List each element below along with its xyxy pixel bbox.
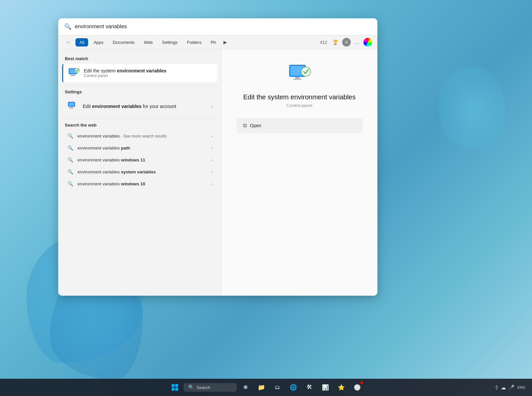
best-match-title: Edit the system environment variables bbox=[84, 68, 166, 73]
web-item-1-arrow: › bbox=[211, 134, 212, 139]
web-item-5[interactable]: 🔍 environment variables windows 10 › bbox=[62, 178, 217, 189]
web-search-label: Search the web bbox=[58, 121, 221, 130]
tray-lang[interactable]: ENG bbox=[517, 385, 525, 389]
tray-network-icon[interactable]: ☁ bbox=[501, 384, 506, 391]
web-search-icon-4: 🔍 bbox=[67, 169, 73, 174]
tray-mic-icon[interactable]: 🎤 bbox=[508, 384, 515, 391]
tab-settings[interactable]: Settings bbox=[158, 38, 182, 47]
svg-rect-6 bbox=[69, 103, 74, 106]
best-match-label: Best match bbox=[58, 55, 221, 64]
taskbar-chart-icon[interactable]: 📊 bbox=[318, 380, 332, 395]
filter-tabs-bar: ← All Apps Documents Web Settings Folder… bbox=[58, 35, 377, 50]
search-bar: 🔍 bbox=[58, 18, 377, 35]
search-input[interactable] bbox=[75, 24, 371, 30]
svg-point-13 bbox=[301, 67, 311, 76]
taskbar-chrome-icon[interactable]: 🌐 bbox=[286, 380, 301, 395]
open-button-label: Open bbox=[250, 123, 261, 128]
web-item-2[interactable]: 🔍 environment variables path › bbox=[62, 142, 217, 153]
svg-rect-7 bbox=[70, 107, 73, 108]
main-content: Best match Edit the system environment v… bbox=[58, 50, 377, 296]
tray-up-arrow-icon[interactable]: ⇧ bbox=[494, 384, 499, 391]
divider-1 bbox=[62, 85, 217, 85]
tab-folders[interactable]: Folders bbox=[183, 38, 205, 47]
result-count: 412 bbox=[319, 40, 329, 45]
taskbar-snowflake-icon[interactable]: ❄ bbox=[238, 380, 253, 395]
tab-photos[interactable]: Ph bbox=[207, 38, 220, 47]
svg-rect-14 bbox=[172, 384, 175, 387]
search-window: 🔍 ← All Apps Documents Web Settings Fold… bbox=[58, 18, 377, 296]
avatar-button[interactable]: A bbox=[342, 38, 351, 47]
right-panel-subtitle: Control panel bbox=[287, 103, 312, 108]
web-item-1-text: environment variables - See more search … bbox=[77, 134, 207, 139]
svg-rect-2 bbox=[71, 75, 75, 75]
color-wheel-icon[interactable] bbox=[363, 38, 372, 47]
svg-rect-15 bbox=[175, 384, 178, 387]
web-item-4[interactable]: 🔍 environment variables system variables… bbox=[62, 166, 217, 177]
open-button[interactable]: ⧉ Open bbox=[236, 118, 363, 133]
web-item-4-text: environment variables system variables bbox=[77, 169, 207, 174]
best-match-text: Edit the system environment variables Co… bbox=[84, 68, 166, 78]
taskbar-center: 🔍 Search ❄ 📁 🗂 🌐 🛠 📊 ⭐ ⚪ bbox=[168, 380, 364, 395]
open-external-icon: ⧉ bbox=[243, 123, 247, 129]
system-tray: ⇧ ☁ 🎤 ENG bbox=[494, 379, 525, 396]
settings-icon bbox=[67, 100, 79, 112]
web-item-5-text: environment variables windows 10 bbox=[77, 181, 207, 186]
web-item-4-arrow: › bbox=[211, 169, 212, 174]
web-item-3-text: environment variables windows 11 bbox=[77, 157, 207, 162]
tab-extras: 412 🏆 A … bbox=[319, 38, 372, 47]
left-panel: Best match Edit the system environment v… bbox=[58, 50, 221, 296]
right-panel: Edit the system environment variables Co… bbox=[221, 50, 377, 296]
tray-icons: ⇧ ☁ 🎤 bbox=[494, 384, 515, 391]
taskbar-folder-icon[interactable]: 🗂 bbox=[270, 380, 285, 395]
right-panel-icon bbox=[288, 63, 311, 87]
best-match-item[interactable]: Edit the system environment variables Co… bbox=[62, 64, 217, 82]
best-match-subtitle: Control panel bbox=[84, 73, 166, 78]
web-item-3[interactable]: 🔍 environment variables windows 11 › bbox=[62, 154, 217, 165]
start-button[interactable] bbox=[168, 380, 182, 395]
settings-item-arrow: › bbox=[211, 104, 212, 109]
tab-apps[interactable]: Apps bbox=[89, 38, 107, 47]
web-item-1[interactable]: 🔍 environment variables - See more searc… bbox=[62, 130, 217, 142]
svg-rect-17 bbox=[175, 388, 178, 391]
taskbar-circle-icon[interactable]: ⚪ bbox=[350, 380, 364, 395]
svg-rect-12 bbox=[293, 79, 301, 80]
settings-item-text: Edit environment variables for your acco… bbox=[83, 104, 176, 109]
web-search-icon-1: 🔍 bbox=[67, 133, 73, 139]
svg-rect-8 bbox=[69, 108, 74, 109]
web-item-2-arrow: › bbox=[211, 146, 212, 150]
web-item-2-text: environment variables path bbox=[77, 146, 207, 150]
svg-rect-3 bbox=[70, 75, 76, 76]
taskbar-search-text: Search bbox=[197, 385, 210, 390]
tab-all[interactable]: All bbox=[75, 38, 88, 47]
more-button[interactable]: … bbox=[353, 38, 361, 46]
taskbar: 🔍 Search ❄ 📁 🗂 🌐 🛠 📊 ⭐ ⚪ ⇧ ☁ 🎤 ENG bbox=[0, 379, 532, 396]
control-panel-icon bbox=[68, 67, 80, 79]
settings-item[interactable]: Edit environment variables for your acco… bbox=[62, 97, 217, 116]
web-item-3-arrow: › bbox=[211, 157, 212, 162]
svg-rect-16 bbox=[172, 388, 175, 391]
play-button[interactable]: ▶ bbox=[221, 38, 229, 46]
taskbar-search[interactable]: 🔍 Search bbox=[184, 383, 237, 392]
tab-web[interactable]: Web bbox=[140, 38, 157, 47]
tab-documents[interactable]: Documents bbox=[109, 38, 139, 47]
taskbar-star-icon[interactable]: ⭐ bbox=[334, 380, 348, 395]
web-search-icon-3: 🔍 bbox=[67, 157, 73, 162]
web-search-icon-5: 🔍 bbox=[67, 181, 73, 186]
right-panel-title: Edit the system environment variables bbox=[243, 93, 356, 101]
back-button[interactable]: ← bbox=[64, 38, 74, 47]
settings-label: Settings bbox=[58, 88, 221, 97]
divider-2 bbox=[62, 118, 217, 119]
trophy-icon: 🏆 bbox=[331, 38, 340, 46]
taskbar-files-icon[interactable]: 📁 bbox=[254, 380, 269, 395]
web-search-icon-2: 🔍 bbox=[67, 145, 73, 150]
settings-item-title: Edit environment variables for your acco… bbox=[83, 104, 176, 109]
taskbar-tool-icon[interactable]: 🛠 bbox=[302, 380, 317, 395]
web-item-5-arrow: › bbox=[211, 181, 212, 186]
taskbar-search-icon: 🔍 bbox=[188, 384, 195, 390]
search-icon: 🔍 bbox=[64, 23, 71, 30]
svg-rect-11 bbox=[295, 77, 299, 78]
